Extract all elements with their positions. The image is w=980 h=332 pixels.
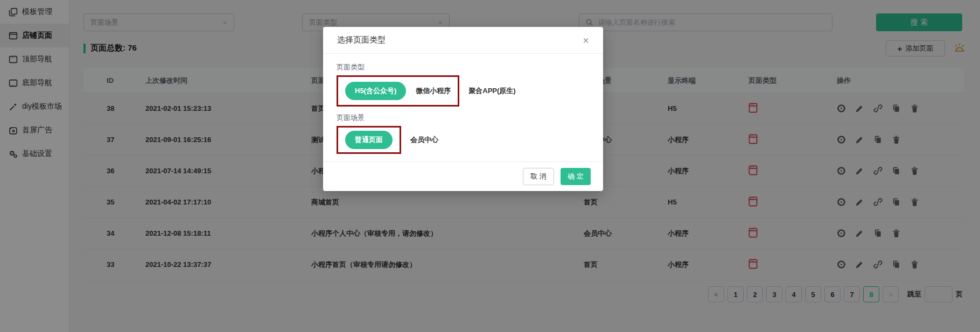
close-icon[interactable]: × xyxy=(580,34,591,47)
dialog-header: 选择页面类型 × xyxy=(323,27,603,54)
option-member-center[interactable]: 会员中心 xyxy=(410,135,438,145)
cancel-button[interactable]: 取 消 xyxy=(523,168,554,185)
dialog-body: 页面类型 H5(含公众号) 微信小程序 聚合APP(原生) 页面场景 普通页面 … xyxy=(323,54,603,161)
page-type-options: H5(含公众号) 微信小程序 聚合APP(原生) xyxy=(330,75,589,107)
annotation-box: 普通页面 xyxy=(337,126,401,154)
option-native-app[interactable]: 聚合APP(原生) xyxy=(468,86,515,96)
option-normal-page[interactable]: 普通页面 xyxy=(345,131,393,149)
select-page-type-dialog: 选择页面类型 × 页面类型 H5(含公众号) 微信小程序 聚合APP(原生) 页… xyxy=(323,27,603,191)
option-wechat-miniprogram[interactable]: 微信小程序 xyxy=(416,86,451,96)
page-scene-label: 页面场景 xyxy=(337,113,589,123)
annotation-box: H5(含公众号) 微信小程序 xyxy=(337,75,459,107)
page-type-label: 页面类型 xyxy=(337,62,589,72)
dialog-title: 选择页面类型 xyxy=(337,35,386,45)
page-scene-options: 普通页面 会员中心 xyxy=(330,126,589,154)
confirm-button[interactable]: 确 定 xyxy=(561,168,591,185)
option-h5[interactable]: H5(含公众号) xyxy=(345,82,406,100)
dialog-footer: 取 消 确 定 xyxy=(323,161,603,191)
